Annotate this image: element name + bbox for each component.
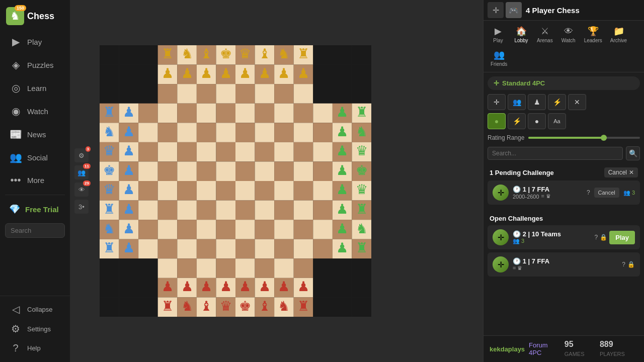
panel-icon-active[interactable]: 🎮 [506, 2, 522, 18]
diamond-icon: 💎 [9, 204, 20, 215]
mode-selector-label: Standard 4PC [502, 79, 545, 87]
sidebar-item-settings[interactable]: ⚙ Settings [2, 319, 68, 338]
tab-play-label: Play [493, 38, 503, 43]
learn-icon: ◎ [9, 82, 22, 94]
rating-slider-thumb[interactable] [601, 135, 607, 141]
tab-watch-label: Watch [561, 38, 576, 43]
free-trial-label: Free Trial [25, 205, 59, 214]
settings-icon: ⚙ [9, 323, 22, 335]
tab-leaders[interactable]: 🏆 Leaders [581, 24, 605, 45]
filter-btn-friends[interactable]: 👥 [508, 94, 526, 110]
players-value: 889 [600, 340, 613, 348]
tab-leaders-label: Leaders [584, 38, 602, 43]
sidebar-item-puzzles[interactable]: ◈ Puzzles [2, 54, 68, 76]
mode-selector-icon: ✛ [494, 79, 499, 87]
tab-archive[interactable]: 📁 Archive [607, 24, 630, 45]
oc2-king-icon: = ♛ [513, 265, 522, 272]
sidebar-search-input[interactable] [5, 223, 65, 238]
sidebar-item-social[interactable]: 👥 Social [2, 146, 68, 168]
tab-play-icon: ▶ [495, 26, 502, 37]
open-challenges-header: Open Challenges [488, 211, 640, 225]
tab-lobby[interactable]: 🏠 Lobby [511, 24, 532, 45]
panel-bottom: kekdaplays Forum 4PC 95 GAMES 889 PLAYER… [484, 335, 644, 362]
sidebar-label-play: Play [27, 38, 42, 46]
chess-board-canvas[interactable] [100, 45, 371, 317]
main-chess-area: ⚙ 3 👥 11 👁 29 3• [70, 0, 483, 362]
filter-btn-grey[interactable]: ● [528, 113, 546, 129]
sidebar-label-more: More [27, 176, 44, 185]
filter-btn-x[interactable]: ✕ [568, 94, 586, 110]
tab-lobby-icon: 🏠 [516, 26, 527, 37]
challenge-cancel-button[interactable]: Cancel [594, 188, 619, 198]
oc1-info: 🕐 2 | 10 Teams 👥 3 [513, 230, 591, 244]
tab-watch[interactable]: 👁 Watch [558, 24, 579, 45]
filter-btn-flash[interactable]: ⚡ [508, 113, 526, 129]
mode-selector[interactable]: ✛ Standard 4PC [488, 76, 640, 90]
oc2-clock-icon: 🕐 [513, 257, 521, 265]
cancel-label: Cancel [608, 169, 627, 176]
tab-friends[interactable]: 👥 Friends [488, 47, 510, 69]
sidebar-item-more[interactable]: ••• More [2, 169, 68, 191]
forum-link[interactable]: Forum 4PC [529, 341, 560, 356]
collapse-icon: ◁ [9, 303, 22, 315]
sidebar-item-learn[interactable]: ◎ Learn [2, 77, 68, 99]
free-trial-item[interactable]: 💎 Free Trial [2, 199, 68, 220]
open-challenge-2: ✛ 🕐 1 | 7 FFA = ♛ ? 🔒 [488, 252, 640, 277]
open-challenges-section: Open Challenges ✛ 🕐 2 | 10 Teams 👥 3 ? 🔒… [484, 211, 644, 283]
search-button[interactable]: 🔍 [626, 146, 640, 160]
sidebar-label-news: News [27, 130, 46, 139]
filter-btn-abc[interactable]: Aa [548, 113, 566, 129]
filter-btn-green[interactable]: ● [488, 113, 506, 129]
help-icon-challenge[interactable]: ? [587, 189, 590, 196]
oc2-title: 🕐 1 | 7 FFA [513, 257, 618, 265]
username-link[interactable]: kekdaplays [490, 345, 525, 353]
lobby-search-input[interactable] [488, 147, 623, 160]
oc1-help-icon[interactable]: ? [595, 234, 598, 241]
pending-challenge-card: ✛ 🕐 1 | 7 FFA 2000-2600 = ♛ ? Cancel 👥 3 [488, 180, 640, 205]
logo-icon[interactable]: ♞ 150 [6, 7, 24, 25]
sidebar-item-watch[interactable]: ◉ Watch [2, 100, 68, 122]
oc1-player-count: 👥 3 [513, 238, 591, 244]
rating-row: Rating Range [484, 132, 644, 144]
more-icon: ••• [9, 174, 22, 186]
sidebar-item-collapse[interactable]: ◁ Collapse [2, 300, 68, 319]
rating-slider-track[interactable] [528, 137, 640, 139]
tab-arenas[interactable]: ⚔ Arenas [534, 24, 556, 45]
filter-btn-all[interactable]: ✛ [488, 94, 506, 110]
side-icon-2[interactable]: 👥 11 [74, 165, 89, 179]
puzzles-icon: ◈ [9, 59, 22, 71]
filter-btn-rated[interactable]: ⚡ [548, 94, 566, 110]
filter-btn-custom[interactable]: ♟ [528, 94, 546, 110]
sidebar-item-help[interactable]: ? Help [2, 339, 68, 357]
sidebar-label-puzzles: Puzzles [27, 61, 54, 69]
pending-header: 1 Pending Challenge Cancel ✕ [488, 164, 640, 180]
side-icon-3[interactable]: 👁 29 [74, 183, 89, 197]
sidebar-item-news[interactable]: 📰 News [2, 123, 68, 145]
filter-row-2: ● ⚡ ● Aa [484, 113, 644, 132]
games-stat: 95 GAMES [565, 340, 594, 358]
panel-icon-4pc[interactable]: ✛ [488, 2, 504, 18]
tab-archive-icon: 📁 [613, 26, 624, 37]
tab-play[interactable]: ▶ Play [488, 24, 509, 45]
sidebar-item-play[interactable]: ▶ Play [2, 31, 68, 53]
side-icon-1[interactable]: ⚙ 3 [74, 148, 89, 162]
side-icon-4[interactable]: 3• [74, 200, 89, 214]
panel-title: 4 Player Chess [526, 6, 640, 15]
tab-arenas-icon: ⚔ [541, 26, 549, 37]
oc2-help-icon[interactable]: ? [622, 261, 625, 268]
oc1-play-button[interactable]: Play [609, 231, 635, 244]
tab-archive-label: Archive [610, 38, 627, 43]
cancel-pending-button[interactable]: Cancel ✕ [604, 167, 638, 177]
challenge-avatar: ✛ [493, 185, 509, 201]
sidebar-label-learn: Learn [27, 84, 46, 93]
logo-badge: 150 [15, 5, 26, 11]
news-icon: 📰 [9, 128, 22, 140]
challenge-sub: 2000-2600 = ♛ [513, 193, 583, 200]
pending-title: 1 Pending Challenge [490, 169, 554, 176]
king-icon: = ♛ [541, 193, 551, 200]
tab-arenas-label: Arenas [537, 38, 553, 43]
tab-friends-label: Friends [491, 61, 507, 67]
rating-slider-fill [528, 137, 606, 139]
pending-player-count: 👥 3 [623, 190, 635, 196]
players-icon: 👥 [623, 190, 630, 196]
